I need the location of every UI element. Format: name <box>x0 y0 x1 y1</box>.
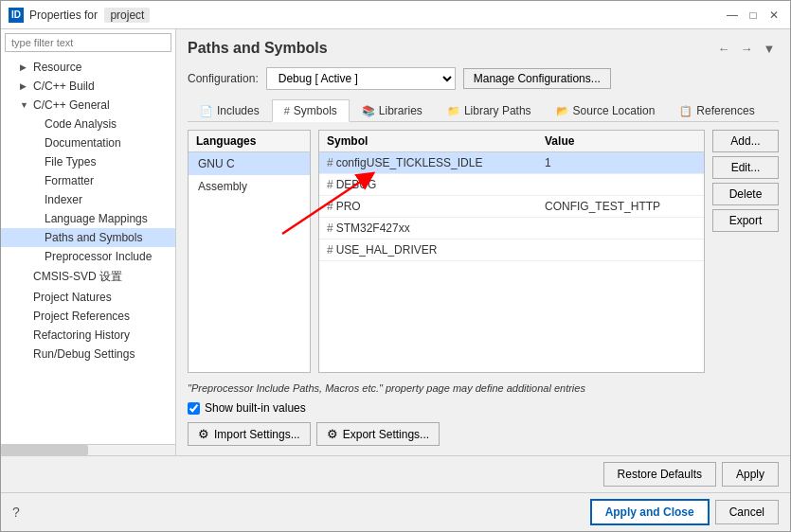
edit-button[interactable]: Edit... <box>712 156 779 179</box>
expand-icon <box>20 81 29 91</box>
language-item-assembly[interactable]: Assembly <box>189 175 310 198</box>
help-icon[interactable]: ? <box>12 505 20 520</box>
show-builtin-row: Show built-in values <box>188 401 779 415</box>
symbol-cell: #PRO <box>319 196 537 218</box>
value-cell: 1 <box>537 152 704 174</box>
export-button[interactable]: Export <box>712 209 779 232</box>
sidebar-item-preprocessor[interactable]: Preprocessor Include <box>1 247 175 266</box>
nav-forward-button[interactable]: → <box>737 39 756 58</box>
table-row[interactable]: #configUSE_TICKLESS_IDLE 1 <box>319 152 704 174</box>
tabs-row: 📄 Includes # Symbols 📚 Libraries 📁 Libra… <box>188 99 779 122</box>
export-settings-button[interactable]: ⚙ Export Settings... <box>316 422 440 446</box>
sidebar-item-project-natures[interactable]: Project Natures <box>1 288 175 307</box>
title-bar-text: Properties for project <box>29 9 724 22</box>
dialog-wrapper: ID Properties for project — □ ✕ Resource <box>0 0 791 532</box>
tab-references-label: References <box>696 104 754 117</box>
symbol-cell: #DEBUG <box>319 174 537 196</box>
sidebar-item-documentation[interactable]: Documentation <box>1 133 175 152</box>
minimize-button[interactable]: — <box>724 7 741 24</box>
table-row[interactable]: #PRO CONFIG_TEST_HTTP <box>319 196 704 218</box>
tab-source-location-label: Source Location <box>573 104 656 117</box>
sidebar-item-language-mappings[interactable]: Language Mappings <box>1 209 175 228</box>
right-panel: Paths and Symbols ← → ▼ Configuration: D… <box>176 29 790 455</box>
app-icon: ID <box>9 8 24 23</box>
value-cell: CONFIG_TEST_HTTP <box>537 196 704 218</box>
import-settings-button[interactable]: ⚙ Import Settings... <box>188 422 311 446</box>
sidebar-item-cpp-general[interactable]: C/C++ General <box>1 96 175 115</box>
source-location-tab-icon: 📂 <box>556 105 569 117</box>
import-icon: ⚙ <box>198 427 209 441</box>
symbol-cell: #configUSE_TICKLESS_IDLE <box>319 152 537 174</box>
expand-icon <box>20 62 29 72</box>
sidebar-item-resource[interactable]: Resource <box>1 58 175 77</box>
sidebar-item-cmsis[interactable]: CMSIS-SVD 设置 <box>1 266 175 288</box>
tab-source-location[interactable]: 📂 Source Location <box>544 99 668 122</box>
nav-back-button[interactable]: ← <box>714 39 733 58</box>
sidebar-item-cpp-build[interactable]: C/C++ Build <box>1 77 175 96</box>
symbols-table: Symbol Value #configUSE_TICKLESS_IDLE 1 … <box>319 131 704 261</box>
sidebar-tree: Resource C/C++ Build C/C++ General Code … <box>1 56 175 444</box>
tab-references[interactable]: 📋 References <box>667 99 766 122</box>
info-text: "Preprocessor Include Paths, Macros etc.… <box>188 379 779 398</box>
bottom-bar: Restore Defaults Apply <box>1 455 790 492</box>
tab-libraries[interactable]: 📚 Libraries <box>350 99 435 122</box>
config-row: Configuration: Debug [ Active ] Manage C… <box>188 67 779 90</box>
project-name: project <box>104 8 150 23</box>
apply-button[interactable]: Apply <box>722 462 779 487</box>
manage-configurations-button[interactable]: Manage Configurations... <box>463 68 611 89</box>
languages-header: Languages <box>189 131 310 152</box>
tab-includes[interactable]: 📄 Includes <box>188 99 272 122</box>
filter-input[interactable] <box>5 33 171 52</box>
expand-icon <box>20 100 29 110</box>
tab-symbols[interactable]: # Symbols <box>272 99 350 122</box>
content-area: Languages GNU C Assembly <box>188 130 779 373</box>
final-bar: ? Apply and Close Cancel <box>1 492 790 531</box>
title-bar-controls: — □ ✕ <box>724 7 782 24</box>
sidebar-item-file-types[interactable]: File Types <box>1 152 175 171</box>
value-cell <box>537 218 704 239</box>
symbols-table-container: Symbol Value #configUSE_TICKLESS_IDLE 1 … <box>318 130 705 373</box>
tab-symbols-label: Symbols <box>294 104 337 117</box>
table-row[interactable]: #DEBUG <box>319 174 704 196</box>
libraries-tab-icon: 📚 <box>362 105 375 117</box>
cancel-button[interactable]: Cancel <box>715 500 779 524</box>
sidebar-item-code-analysis[interactable]: Code Analysis <box>1 115 175 133</box>
value-cell <box>537 239 704 261</box>
sidebar-scrollbar[interactable] <box>1 444 175 455</box>
title-bar: ID Properties for project — □ ✕ <box>1 1 790 29</box>
tab-libraries-label: Libraries <box>379 104 422 117</box>
close-button[interactable]: ✕ <box>765 7 782 24</box>
table-row[interactable]: #USE_HAL_DRIVER <box>319 239 704 261</box>
value-cell <box>537 174 704 196</box>
sidebar-item-paths-symbols[interactable]: Paths and Symbols <box>1 228 175 247</box>
panel-title-row: Paths and Symbols ← → ▼ <box>188 39 779 58</box>
sidebar-item-refactoring[interactable]: Refactoring History <box>1 326 175 345</box>
show-builtin-checkbox[interactable] <box>188 402 200 415</box>
tab-library-paths[interactable]: 📁 Library Paths <box>435 99 544 122</box>
nav-dropdown-button[interactable]: ▼ <box>760 39 779 58</box>
sidebar: Resource C/C++ Build C/C++ General Code … <box>1 29 176 455</box>
references-tab-icon: 📋 <box>679 105 692 117</box>
sidebar-item-run-debug[interactable]: Run/Debug Settings <box>1 345 175 364</box>
apply-and-close-button[interactable]: Apply and Close <box>590 499 710 525</box>
show-builtin-label: Show built-in values <box>205 401 306 415</box>
delete-button[interactable]: Delete <box>712 183 779 205</box>
config-select[interactable]: Debug [ Active ] <box>266 67 456 90</box>
sidebar-item-project-references[interactable]: Project References <box>1 307 175 326</box>
value-column-header: Value <box>537 131 704 152</box>
config-label: Configuration: <box>188 72 259 85</box>
tab-library-paths-label: Library Paths <box>464 104 531 117</box>
action-buttons: Add... Edit... Delete Export <box>712 130 779 373</box>
sidebar-item-indexer[interactable]: Indexer <box>1 190 175 209</box>
panel-nav-arrows: ← → ▼ <box>714 39 779 58</box>
restore-defaults-button[interactable]: Restore Defaults <box>603 462 716 487</box>
export-icon: ⚙ <box>327 427 338 441</box>
table-row[interactable]: #STM32F427xx <box>319 218 704 239</box>
add-button[interactable]: Add... <box>712 130 779 152</box>
panel-title-text: Paths and Symbols <box>188 40 328 57</box>
main-area: Resource C/C++ Build C/C++ General Code … <box>1 29 790 455</box>
maximize-button[interactable]: □ <box>745 7 762 24</box>
sidebar-item-formatter[interactable]: Formatter <box>1 171 175 190</box>
language-item-gnu-c[interactable]: GNU C <box>189 152 310 175</box>
symbols-tab-icon: # <box>284 105 290 116</box>
